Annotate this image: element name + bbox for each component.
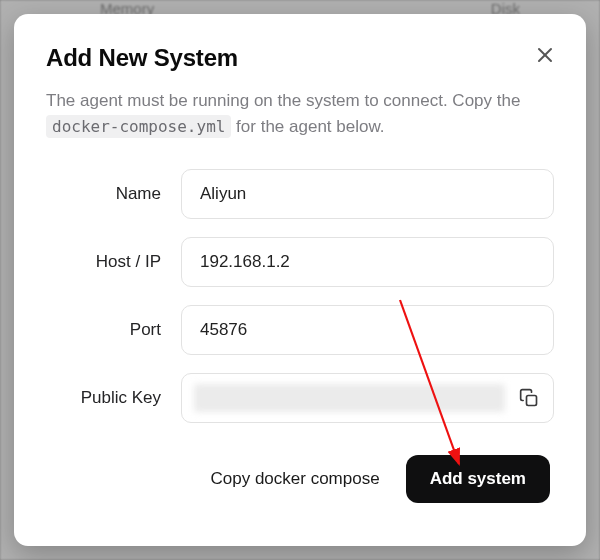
label-port: Port [46,320,161,340]
label-name: Name [46,184,161,204]
modal-desc-text-after: for the agent below. [231,117,384,136]
name-input[interactable] [181,169,554,219]
row-name: Name [46,169,554,219]
public-key-masked [194,384,505,412]
label-public-key: Public Key [46,388,161,408]
label-host: Host / IP [46,252,161,272]
modal-description: The agent must be running on the system … [46,88,554,141]
copy-docker-compose-button[interactable]: Copy docker compose [210,469,379,489]
public-key-field[interactable] [181,373,554,423]
add-system-button[interactable]: Add system [406,455,550,503]
copy-key-button[interactable] [515,384,543,412]
row-port: Port [46,305,554,355]
modal-footer: Copy docker compose Add system [46,455,554,503]
copy-icon [519,388,539,408]
host-input[interactable] [181,237,554,287]
port-input[interactable] [181,305,554,355]
row-public-key: Public Key [46,373,554,423]
row-host: Host / IP [46,237,554,287]
close-icon [536,46,554,64]
form: Name Host / IP Port Public Key [46,169,554,423]
code-filename: docker-compose.yml [46,115,231,138]
modal-title: Add New System [46,44,238,72]
svg-rect-2 [527,395,537,405]
close-button[interactable] [532,42,558,68]
add-system-modal: Add New System The agent must be running… [14,14,586,546]
modal-desc-text: The agent must be running on the system … [46,91,520,110]
